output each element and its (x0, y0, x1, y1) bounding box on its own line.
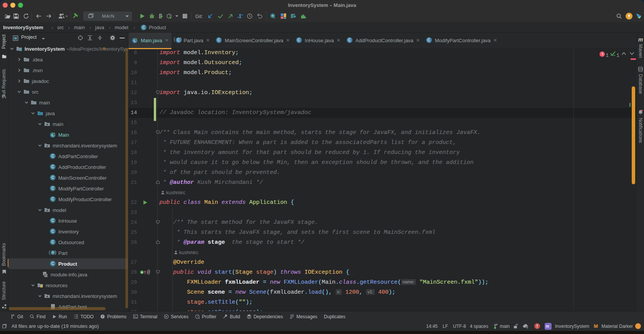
svg-text:o: o (141, 271, 143, 274)
svg-text:J: J (45, 274, 47, 277)
